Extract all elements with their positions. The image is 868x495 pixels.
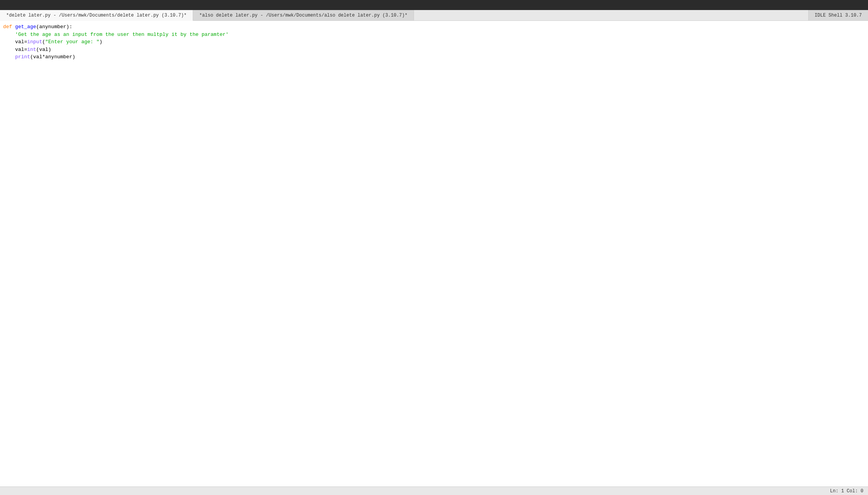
func-params: (anynumber): (36, 23, 72, 31)
menu-bar (0, 0, 868, 10)
line4-eq: = (24, 46, 27, 54)
tab-file1[interactable]: *delete later.py - /Users/mwk/Documents/… (0, 10, 193, 21)
line4-val: val (15, 46, 24, 54)
line3-indent (3, 38, 15, 46)
func-name: get_age (15, 23, 36, 31)
code-line-2: 'Get the age as an input from the user t… (3, 31, 865, 39)
line5-val: val (33, 53, 42, 61)
line4-int: int (27, 46, 36, 54)
cursor-position: Ln: 1 Col: 0 (830, 488, 863, 494)
line3-val: val (15, 38, 24, 46)
tab-idle-shell-label: IDLE Shell 3.10.7 (815, 13, 862, 18)
line5-paren-close: ) (72, 53, 75, 61)
app: *delete later.py - /Users/mwk/Documents/… (0, 0, 868, 495)
line3-str: "Enter your age: " (45, 38, 99, 46)
line4-paren-open: ( (36, 46, 39, 54)
line5-op: * (42, 53, 45, 61)
line2-indent (3, 31, 15, 39)
status-bar: Ln: 1 Col: 0 (0, 487, 868, 495)
line5-paren-open: ( (30, 53, 33, 61)
code-line-5: print(val*anynumber) (3, 53, 865, 61)
line3-input: input (27, 38, 42, 46)
code-line-4: val=int(val) (3, 46, 865, 54)
line3-paren-close: ) (99, 38, 103, 46)
code-editor[interactable]: def get_age(anynumber): 'Get the age as … (0, 21, 868, 487)
line5-anynumber: anynumber (45, 53, 72, 61)
line3-eq: = (24, 38, 27, 46)
line4-paren-close: ) (48, 46, 51, 54)
code-line-3: val=input("Enter your age: ") (3, 38, 865, 46)
tab-file2-label: *also delete later.py - /Users/mwk/Docum… (199, 13, 407, 18)
line4-val2: val (39, 46, 48, 54)
line3-paren-open: ( (42, 38, 45, 46)
tab-bar: *delete later.py - /Users/mwk/Documents/… (0, 10, 868, 21)
line5-indent (3, 53, 15, 61)
tab-file1-label: *delete later.py - /Users/mwk/Documents/… (6, 13, 187, 18)
tab-file2[interactable]: *also delete later.py - /Users/mwk/Docum… (193, 10, 414, 20)
docstring: 'Get the age as an input from the user t… (15, 31, 229, 39)
line4-indent (3, 46, 15, 54)
code-line-1: def get_age(anynumber): (3, 23, 865, 31)
tab-idle-shell[interactable]: IDLE Shell 3.10.7 (808, 10, 868, 20)
keyword-def: def (3, 23, 15, 31)
line5-print: print (15, 53, 30, 61)
